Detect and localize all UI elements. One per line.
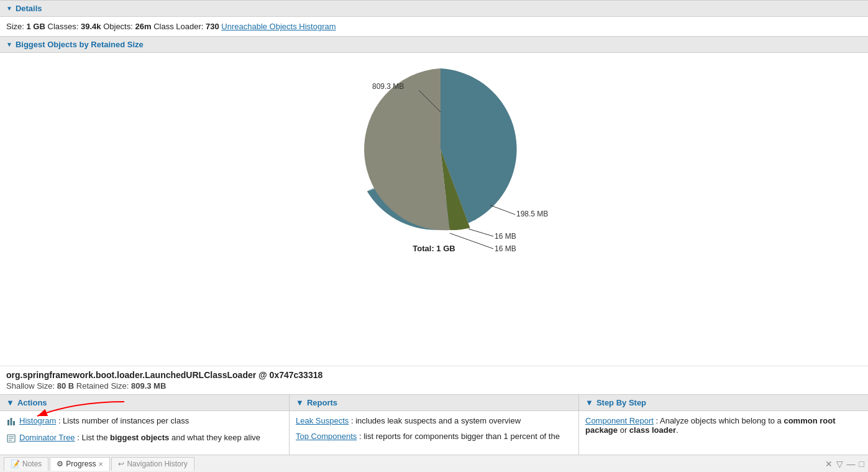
details-section: Size: 1 GB Classes: 39.4k Objects: 26m C… [0, 17, 868, 36]
object-info-section: org.springframework.boot.loader.Launched… [0, 366, 868, 394]
biggest-objects-arrow-icon: ▼ [6, 41, 12, 48]
component-report-link[interactable]: Component Report [585, 416, 654, 425]
histogram-desc: : Lists number of instances per class [58, 416, 189, 425]
tab-progress-label: Progress [66, 460, 96, 468]
leak-suspects-link[interactable]: Leak Suspects [296, 416, 349, 425]
svg-rect-1 [11, 418, 12, 425]
shallow-size-label: Shallow Size: [6, 381, 55, 391]
tab-progress[interactable]: ⚙ Progress ✕ [50, 457, 110, 471]
bottom-bar: 📝 Notes ⚙ Progress ✕ ↩ Navigation Histor… [0, 455, 868, 472]
objects-label: Objects: [103, 22, 133, 31]
pie-chart: 809.3 MB 198.5 MB 16 MB 16 MB Total: 1 G… [310, 59, 559, 246]
biggest-objects-header: ▼ Biggest Objects by Retained Size [0, 36, 868, 53]
tab-nav-label: Navigation History [127, 460, 187, 468]
step-by-step-header: ▼ Step By Step [579, 395, 868, 411]
three-columns: ▼ Actions Histogram : Lists number of in… [0, 394, 868, 455]
action-histogram: Histogram : Lists number of instances pe… [6, 416, 283, 427]
pie-label-4: 16 MB [495, 244, 516, 253]
label-line-3 [468, 229, 493, 236]
pie-total-label: Total: 1 GB [310, 244, 559, 253]
gear-icon[interactable]: ✕ [825, 459, 833, 469]
step-by-step-panel: ▼ Step By Step Component Report : Analyz… [579, 395, 868, 455]
actions-panel: ▼ Actions Histogram : Lists number of in… [0, 395, 290, 455]
retained-size-value: 809.3 MB [131, 381, 166, 391]
tab-notes-label: Notes [22, 460, 42, 468]
progress-icon: ⚙ [57, 460, 63, 468]
minimize-icon[interactable]: — [847, 459, 856, 469]
objects-value: 26m [135, 22, 151, 31]
pie-label-1: 809.3 MB [372, 82, 404, 91]
details-line: Size: 1 GB Classes: 39.4k Objects: 26m C… [6, 22, 336, 31]
notes-icon: 📝 [11, 460, 20, 468]
dominator-icon [6, 433, 16, 443]
bottom-right-icons: ✕ ▽ — □ [825, 459, 864, 469]
size-label: Size: [6, 22, 24, 31]
top-components-link[interactable]: Top Components [296, 432, 357, 441]
actions-content: Histogram : Lists number of instances pe… [0, 411, 289, 455]
nav-history-icon: ↩ [118, 460, 124, 468]
chart-section: 809.3 MB 198.5 MB 16 MB 16 MB Total: 1 G… [0, 53, 868, 366]
object-name: org.springframework.boot.loader.Launched… [6, 370, 862, 380]
histogram-link[interactable]: Histogram [19, 416, 56, 425]
biggest-objects-title: Biggest Objects by Retained Size [16, 40, 144, 49]
details-title: Details [16, 4, 42, 13]
classes-label: Classes: [48, 22, 79, 31]
shallow-size-value: 80 B [57, 381, 74, 391]
classloader-value: 730 [206, 22, 219, 31]
dominator-desc: : List the biggest objects and what they… [77, 433, 260, 442]
pie-segment-4 [364, 68, 450, 230]
reports-header: ▼ Reports [290, 395, 578, 411]
step-by-step-content: Component Report : Analyze objects which… [579, 411, 868, 446]
step-by-step-arrow-icon: ▼ [585, 398, 593, 407]
actions-arrow-icon: ▼ [6, 398, 14, 407]
reports-arrow-icon: ▼ [296, 398, 304, 407]
unreachable-objects-link[interactable]: Unreachable Objects Histogram [221, 22, 336, 31]
retained-size-label: Retained Size: [76, 381, 129, 391]
progress-close-icon[interactable]: ✕ [98, 461, 103, 468]
actions-title: Actions [17, 398, 47, 407]
reports-content: Leak Suspects : includes leak suspects a… [290, 411, 578, 452]
svg-rect-0 [7, 420, 9, 425]
restore-icon[interactable]: □ [859, 459, 864, 469]
object-size: Shallow Size: 80 B Retained Size: 809.3 … [6, 381, 862, 391]
leak-suspects-item: Leak Suspects : includes leak suspects a… [296, 416, 572, 425]
label-line-2 [490, 205, 515, 215]
actions-header: ▼ Actions [0, 395, 289, 411]
dominator-tree-link[interactable]: Dominator Tree [19, 433, 75, 442]
details-header: ▼ Details [0, 0, 868, 17]
tab-notes[interactable]: 📝 Notes [4, 457, 48, 471]
svg-rect-2 [13, 421, 15, 425]
reports-title: Reports [307, 398, 337, 407]
pie-svg: 809.3 MB 198.5 MB 16 MB 16 MB [310, 59, 559, 239]
classes-value: 39.4k [81, 22, 101, 31]
leak-suspects-desc: : includes leak suspects and a system ov… [351, 416, 521, 425]
tab-navigation-history[interactable]: ↩ Navigation History [111, 457, 194, 471]
histogram-icon [6, 417, 16, 427]
classloader-label: Class Loader: [153, 22, 203, 31]
chevron-down-icon[interactable]: ▽ [836, 459, 843, 469]
component-report-item: Component Report : Analyze objects which… [585, 416, 862, 435]
top-components-desc: : list reports for components bigger tha… [359, 432, 560, 441]
step-by-step-title: Step By Step [596, 398, 646, 407]
pie-label-3: 16 MB [495, 232, 516, 241]
top-components-item: Top Components : list reports for compon… [296, 432, 572, 441]
reports-panel: ▼ Reports Leak Suspects : includes leak … [290, 395, 579, 455]
action-dominator-tree: Dominator Tree : List the biggest object… [6, 433, 283, 443]
size-value: 1 GB [27, 22, 45, 31]
pie-label-2: 198.5 MB [516, 210, 548, 218]
details-arrow-icon: ▼ [6, 5, 12, 12]
